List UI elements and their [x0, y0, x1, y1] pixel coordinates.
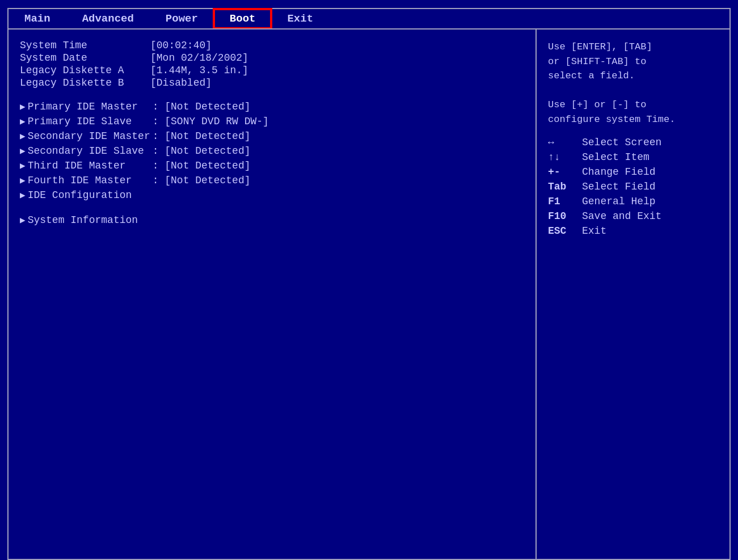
field-value: [00:02:40] — [150, 40, 212, 51]
submenu-row[interactable]: ▶Third IDE Master: [Not Detected] — [20, 159, 524, 171]
shortcut-key: F1 — [548, 196, 582, 207]
menu-bar: MainAdvancedPowerBootExit — [7, 8, 731, 28]
submenu-row[interactable]: ▶Secondary IDE Slave: [Not Detected] — [20, 144, 524, 157]
field-label: System Date — [20, 52, 150, 64]
submenu-value: : [Not Detected] — [153, 160, 251, 171]
submenu-value: : [Not Detected] — [153, 130, 251, 142]
submenu-label: Primary IDE Slave — [28, 116, 153, 127]
submenu-label: Secondary IDE Slave — [28, 145, 153, 157]
shortcut-desc: Change Field — [582, 166, 656, 178]
shortcut-desc: Exit — [582, 225, 606, 237]
submenu-row[interactable]: ▶Primary IDE Slave: [SONY DVD RW DW-] — [20, 115, 524, 127]
submenu-row[interactable]: ▶System Information — [20, 213, 524, 226]
field-row: System Date[Mon 02/18/2002] — [20, 52, 524, 64]
field-value: [Mon 02/18/2002] — [150, 52, 248, 64]
submenu-arrow-icon: ▶ — [20, 101, 26, 112]
shortcut-key: F10 — [548, 210, 582, 222]
shortcut-key: ↔ — [548, 137, 582, 148]
submenu-row[interactable]: ▶Fourth IDE Master: [Not Detected] — [20, 174, 524, 186]
submenu-row[interactable]: ▶IDE Configuration — [20, 188, 524, 201]
submenu-arrow-icon: ▶ — [20, 130, 26, 142]
shortcut-desc: Save and Exit — [582, 210, 661, 222]
shortcut-row: ↔Select Screen — [548, 137, 718, 148]
field-label: Legacy Diskette A — [20, 65, 150, 76]
field-row: Legacy Diskette B[Disabled] — [20, 77, 524, 89]
shortcut-row: TabSelect Field — [548, 181, 718, 192]
submenu-arrow-icon: ▶ — [20, 160, 26, 171]
submenu-row[interactable]: ▶Secondary IDE Master: [Not Detected] — [20, 129, 524, 142]
shortcut-key: ↑↓ — [548, 151, 582, 163]
left-panel: System Time[00:02:40]System Date[Mon 02/… — [9, 30, 537, 559]
field-value: [Disabled] — [150, 77, 212, 89]
help-text: Use [ENTER], [TAB]or [SHIFT-TAB] toselec… — [548, 40, 718, 127]
shortcut-key: Tab — [548, 181, 582, 192]
shortcut-row: F10Save and Exit — [548, 210, 718, 222]
submenu-arrow-icon: ▶ — [20, 145, 26, 157]
shortcut-row: +-Change Field — [548, 166, 718, 178]
submenu-label: Primary IDE Master — [28, 101, 153, 112]
field-value: [1.44M, 3.5 in.] — [150, 65, 248, 76]
field-label: Legacy Diskette B — [20, 77, 150, 89]
submenu-arrow-icon: ▶ — [20, 116, 26, 127]
shortcut-key: ESC — [548, 225, 582, 237]
shortcut-table: ↔Select Screen↑↓Select Item+-Change Fiel… — [548, 137, 718, 237]
menu-item-exit[interactable]: Exit — [271, 9, 329, 28]
shortcut-row: F1General Help — [548, 196, 718, 207]
submenu-label: IDE Configuration — [28, 190, 153, 201]
main-content: System Time[00:02:40]System Date[Mon 02/… — [7, 28, 731, 560]
shortcut-desc: Select Screen — [582, 137, 661, 148]
submenu-value: : [SONY DVD RW DW-] — [153, 116, 269, 127]
submenu-arrow-icon: ▶ — [20, 214, 26, 226]
shortcut-desc: Select Item — [582, 151, 650, 163]
submenu-arrow-icon: ▶ — [20, 175, 26, 186]
menu-item-power[interactable]: Power — [150, 9, 214, 28]
shortcut-desc: General Help — [582, 196, 656, 207]
field-row: Legacy Diskette A[1.44M, 3.5 in.] — [20, 65, 524, 76]
shortcut-row: ↑↓Select Item — [548, 151, 718, 163]
shortcut-desc: Select Field — [582, 181, 656, 192]
shortcut-row: ESCExit — [548, 225, 718, 237]
submenu-value: : [Not Detected] — [153, 175, 251, 186]
submenu-label: Fourth IDE Master — [28, 175, 153, 186]
submenu-arrow-icon: ▶ — [20, 190, 26, 201]
shortcut-key: +- — [548, 166, 582, 178]
field-row: System Time[00:02:40] — [20, 40, 524, 51]
menu-item-advanced[interactable]: Advanced — [66, 9, 150, 28]
menu-item-main[interactable]: Main — [9, 9, 66, 28]
submenu-label: Third IDE Master — [28, 160, 153, 171]
right-panel: Use [ENTER], [TAB]or [SHIFT-TAB] toselec… — [537, 30, 729, 559]
submenu-row[interactable]: ▶Primary IDE Master: [Not Detected] — [20, 100, 524, 112]
submenu-label: Secondary IDE Master — [28, 130, 153, 142]
submenu-label: System Information — [28, 214, 153, 226]
field-label: System Time — [20, 40, 150, 51]
menu-item-boot[interactable]: Boot — [214, 9, 272, 28]
submenu-value: : [Not Detected] — [153, 145, 251, 157]
submenu-value: : [Not Detected] — [153, 101, 251, 112]
bios-title — [0, 0, 738, 7]
